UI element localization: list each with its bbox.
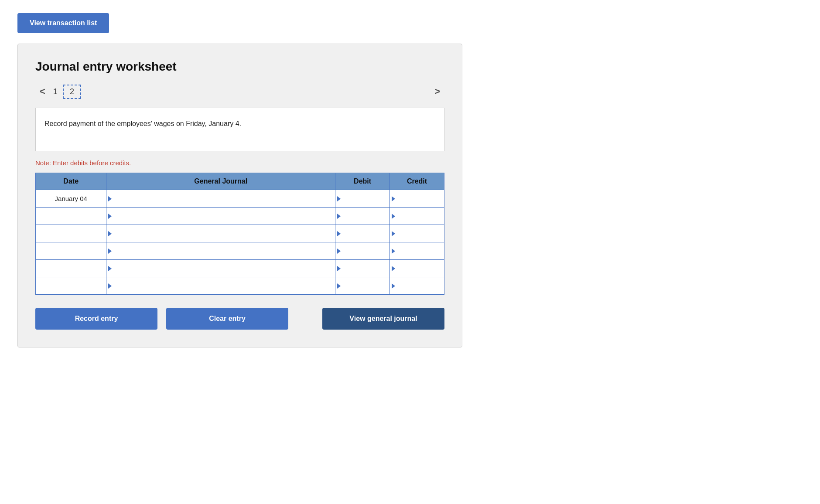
col-header-debit: Debit: [335, 173, 390, 190]
date-cell-0[interactable]: January 04: [36, 190, 106, 208]
debit-cell-1[interactable]: [335, 208, 390, 225]
prev-page-button[interactable]: <: [35, 84, 50, 99]
table-header-row: Date General Journal Debit Credit: [36, 173, 444, 190]
buttons-row: Record entry Clear entry View general jo…: [35, 308, 444, 330]
date-cell-1[interactable]: [36, 208, 106, 225]
instruction-text: Record payment of the employees' wages o…: [44, 120, 241, 127]
next-page-button[interactable]: >: [430, 84, 444, 99]
pagination: < 1 2 >: [35, 84, 444, 99]
credit-cell-3[interactable]: [390, 242, 444, 260]
journal-table: Date General Journal Debit Credit Januar…: [35, 173, 444, 295]
cell-arrow-icon: [337, 231, 341, 236]
page-wrapper: View transaction list Journal entry work…: [0, 0, 820, 361]
record-entry-button[interactable]: Record entry: [35, 308, 157, 330]
cell-arrow-icon: [108, 214, 112, 219]
cell-arrow-icon: [108, 283, 112, 289]
credit-cell-5[interactable]: [390, 277, 444, 295]
table-row: [36, 277, 444, 295]
instruction-box: Record payment of the employees' wages o…: [35, 108, 444, 151]
cell-arrow-icon: [337, 196, 341, 201]
cell-arrow-icon: [337, 249, 341, 254]
general-journal-cell-3[interactable]: [106, 242, 335, 260]
cell-arrow-icon: [108, 231, 112, 236]
credit-cell-4[interactable]: [390, 260, 444, 277]
date-cell-4[interactable]: [36, 260, 106, 277]
table-row: January 04: [36, 190, 444, 208]
page-1-number[interactable]: 1: [53, 87, 58, 96]
date-cell-5[interactable]: [36, 277, 106, 295]
col-header-credit: Credit: [390, 173, 444, 190]
cell-arrow-icon: [392, 196, 395, 201]
cell-arrow-icon: [392, 283, 395, 289]
worksheet-title: Journal entry worksheet: [35, 60, 444, 74]
general-journal-cell-4[interactable]: [106, 260, 335, 277]
table-row: [36, 242, 444, 260]
general-journal-cell-0[interactable]: [106, 190, 335, 208]
cell-arrow-icon: [392, 214, 395, 219]
credit-cell-2[interactable]: [390, 225, 444, 242]
col-header-general-journal: General Journal: [106, 173, 335, 190]
view-general-journal-button[interactable]: View general journal: [322, 308, 444, 330]
debit-cell-5[interactable]: [335, 277, 390, 295]
debit-cell-4[interactable]: [335, 260, 390, 277]
date-cell-3[interactable]: [36, 242, 106, 260]
table-row: [36, 260, 444, 277]
page-2-number-selected[interactable]: 2: [63, 85, 81, 99]
cell-arrow-icon: [337, 214, 341, 219]
cell-arrow-icon: [392, 249, 395, 254]
cell-arrow-icon: [337, 283, 341, 289]
table-row: [36, 225, 444, 242]
general-journal-cell-5[interactable]: [106, 277, 335, 295]
debit-cell-2[interactable]: [335, 225, 390, 242]
credit-cell-0[interactable]: [390, 190, 444, 208]
general-journal-cell-2[interactable]: [106, 225, 335, 242]
cell-arrow-icon: [108, 196, 112, 201]
credit-cell-1[interactable]: [390, 208, 444, 225]
cell-arrow-icon: [108, 266, 112, 271]
cell-arrow-icon: [108, 249, 112, 254]
worksheet-container: Journal entry worksheet < 1 2 > Record p…: [17, 44, 462, 347]
col-header-date: Date: [36, 173, 106, 190]
general-journal-cell-1[interactable]: [106, 208, 335, 225]
date-cell-2[interactable]: [36, 225, 106, 242]
cell-arrow-icon: [392, 266, 395, 271]
clear-entry-button[interactable]: Clear entry: [166, 308, 288, 330]
debit-cell-3[interactable]: [335, 242, 390, 260]
cell-arrow-icon: [337, 266, 341, 271]
view-transaction-button[interactable]: View transaction list: [17, 13, 109, 33]
top-bar: View transaction list: [17, 13, 803, 33]
note-text: Note: Enter debits before credits.: [35, 159, 444, 167]
table-row: [36, 208, 444, 225]
cell-arrow-icon: [392, 231, 395, 236]
debit-cell-0[interactable]: [335, 190, 390, 208]
